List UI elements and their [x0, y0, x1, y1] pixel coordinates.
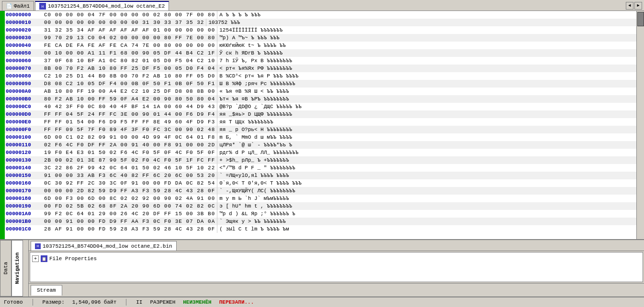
table-row[interactable]: 00000010 00 00 00 00 00 00 00 00 00 31 3…: [5, 19, 636, 26]
bottom-content: + 📋 File Properties: [30, 252, 643, 282]
bin-file-icon: H: [35, 243, 41, 249]
hex-bytes: 00 FD 02 5B 02 68 8F 2A 20 90 6D 00 74 0…: [44, 202, 217, 210]
hex-bytes: 99 F2 0C 64 01 29 00 26 4C 20 DF FF 15 0…: [44, 210, 217, 218]
hex-bytes: 8B 00 70 F2 AB 10 80 FF 25 DF F5 00 05 D…: [44, 65, 217, 72]
hex-ascii: ` -,ЩяУЩЙY( ЛС( ЪЪЪЪЪЪЪЪ: [217, 187, 384, 195]
hex-bytes: D8 08 C2 10 05 DF F4 00 0B 0F 50 F1 0B 0…: [44, 80, 217, 88]
bottom-tab-bar: H 1037521254_B574DD04_mod_low octane_E2.…: [29, 240, 644, 251]
table-row[interactable]: 00000080 C2 10 25 D1 44 B0 8B 00 70 F2 A…: [5, 72, 636, 80]
table-row[interactable]: 00000120 19 F0 E4 E3 01 50 02 F6 4C F0 5…: [5, 149, 636, 156]
hex-bytes: 19 F0 E4 E3 01 50 02 F6 4C F0 5F 0F 4C F…: [44, 149, 217, 156]
hex-bytes: FF FF 04 5F 24 FF FC 3E 00 90 01 44 00 F…: [44, 110, 217, 118]
table-row[interactable]: 00000090 D8 08 C2 10 05 DF F4 00 0B 0F 5…: [5, 80, 636, 88]
table-row[interactable]: 00000070 8B 00 70 F2 AB 10 80 FF 25 DF F…: [5, 65, 636, 72]
table-row[interactable]: 00000060 37 0F 68 10 BF A1 0C 80 82 01 0…: [5, 57, 636, 65]
hex-offset: 00000000: [6, 11, 44, 19]
hex-ascii: яя _$яь> D ЦЩФ ЪЪЪЪЪЪЪЪ: [217, 110, 384, 118]
hex-editor: 00000000 C0 00 00 00 04 7F 00 00 00 00 0…: [5, 11, 636, 239]
hex-ascii: ` =ЛЩ«уlО,яl ЪЪЪЪ ЪЪЪЪ: [217, 172, 384, 179]
nav-arrows: ◄ ►: [626, 2, 642, 10]
hex-ascii: э [ hU* hm t , ЪЪЪЪЪЪЪЪ: [217, 202, 384, 210]
hex-offset: 000001A0: [6, 210, 44, 218]
table-row[interactable]: 00000020 31 32 35 34 AF AF AF AF AF AF 0…: [5, 26, 636, 34]
hex-offset: 00000160: [6, 179, 44, 187]
tree-item-icon: 📋: [41, 255, 47, 262]
hex-bytes: AB 10 80 FF 19 00 A4 E2 C2 10 25 DF D8 0…: [44, 88, 217, 95]
hex-ascii: Ът« Ъя ¤В ЪРЪ ЪЪЪЪЪЪЪЪ: [217, 95, 384, 103]
hex-bytes: 0C 30 92 FF 2C 30 3C 0F 91 00 00 FD DA 0…: [44, 179, 217, 187]
hex-ascii: @В?р `ДD@O ¿ `ДЩС ЪЪЪЪЪ ЪЪ: [217, 103, 384, 110]
hex-offset: 00000030: [6, 34, 44, 42]
table-row[interactable]: 00000180 6D 00 F3 00 6D 00 8C 02 02 92 0…: [5, 195, 636, 202]
nav-left-arrow[interactable]: ◄: [626, 2, 633, 10]
status-ready: Готово: [4, 299, 23, 305]
hex-ascii: рдг% d Р цЛ_ ЛЛ_ ЪЪЪЪЪЪЪЪ: [217, 149, 384, 156]
hex-bytes: 80 F2 AB 10 00 FF 59 0F A4 E2 00 90 80 5…: [44, 95, 217, 103]
hex-ascii: юКЮѓюЙюК t~ Ъ ЪЪЪЪ ЪЪ: [217, 42, 384, 49]
tab-hex-file[interactable]: H 1037521254_B574DD04_mod_low octane_E2: [35, 1, 169, 11]
table-row[interactable]: 000000E0 FF FF 01 54 00 F6 D9 F5 FF FF 8…: [5, 118, 636, 126]
hex-offset: 000000B0: [6, 95, 44, 103]
bottom-tab-bin-file[interactable]: H 1037521254_B574DD04_mod_low octane_E2.…: [31, 241, 177, 251]
nav-right-arrow[interactable]: ►: [634, 2, 642, 10]
table-row[interactable]: 00000130 2B 00 02 01 3E 87 90 5F 02 F0 4…: [5, 156, 636, 164]
table-row[interactable]: 000001A0 99 F2 0C 64 01 29 00 26 4C 20 D…: [5, 210, 636, 218]
hex-offset: 00000100: [6, 133, 44, 141]
hex-ascii: <"/™В d Р F _ " ЪЪЪЪЪЪЪЪ: [217, 164, 384, 172]
side-labels: Data Navigation: [0, 240, 29, 296]
table-row[interactable]: 000001C0 28 AF 91 00 00 FD 59 28 A3 F3 5…: [5, 225, 636, 233]
side-label-data[interactable]: Data: [0, 240, 11, 296]
hex-ascii: цЛРя* `@ ш` - ЪЪЪЪ*Ъъ Ъ: [217, 141, 384, 149]
table-row[interactable]: 000000C0 40 42 3F F0 0C 80 40 4F BF 14 1…: [5, 103, 636, 110]
hex-bytes: 31 32 35 34 AF AF AF AF AF AF 01 00 00 0…: [44, 26, 217, 34]
hex-ascii: < рт« Ъя%Ях РФ ЪЪЪЪЪЪЪЪ: [217, 65, 384, 72]
table-row[interactable]: 000000A0 AB 10 80 FF 19 00 A4 E2 C2 10 2…: [5, 88, 636, 95]
stream-tab-container: Stream: [29, 283, 644, 296]
hex-ascii: m у m Ь `h J` мЪмЪЪЪЪЪ: [217, 195, 384, 202]
hex-bytes: 02 F6 4C F0 DF FF 2A 00 91 40 00 F8 91 0…: [44, 141, 217, 149]
table-row[interactable]: 000001B0 00 00 91 00 00 FD D9 FF AA F3 0…: [5, 218, 636, 225]
table-row[interactable]: 00000100 6D 00 C1 02 82 09 91 00 00 4D 9…: [5, 133, 636, 141]
hex-offset: 00000050: [6, 49, 44, 57]
table-row[interactable]: 00000170 00 00 00 2D 82 59 D9 FF A3 F3 5…: [5, 187, 636, 195]
hex-offset: 00000120: [6, 149, 44, 156]
stream-tab[interactable]: Stream: [31, 285, 62, 296]
tree-expand-icon[interactable]: +: [32, 255, 39, 262]
table-row[interactable]: 000000D0 FF FF 04 5F 24 FF FC 3E 00 90 0…: [5, 110, 636, 118]
hex-ascii: 7 h ïЎ Ъ, Рх В ЪЪЪЪЪЪЪЪ: [217, 57, 384, 65]
scrollbar[interactable]: [636, 11, 644, 239]
hex-offset: 00000140: [6, 164, 44, 172]
hex-offset: 000000D0: [6, 110, 44, 118]
table-row[interactable]: 00000110 02 F6 4C F0 DF FF 2A 00 91 40 0…: [5, 141, 636, 149]
hex-offset: 000000A0: [6, 88, 44, 95]
green-bar: [0, 11, 5, 239]
table-row[interactable]: 00000030 99 70 29 13 C0 04 02 00 00 00 0…: [5, 34, 636, 42]
hex-ascii: В %СD°< рт« Ъя Р ЪЪЪ ЪЪЪЪ: [217, 72, 384, 80]
hex-bytes: FF FF 09 5F 7F F0 89 4F 3F F0 FC 3C 00 9…: [44, 126, 217, 133]
hex-ascii: яя Т ЦЩх ЪЪЪЪЪЪЪЪ: [217, 118, 384, 126]
table-row[interactable]: 000000B0 80 F2 AB 10 00 FF 59 0F A4 E2 0…: [5, 95, 636, 103]
hex-bytes: C0 00 00 00 04 7F 00 00 00 00 02 80 00 7…: [44, 11, 217, 19]
tab-file1-label: Файл1: [14, 3, 30, 9]
status-sep2: [126, 299, 126, 306]
table-row[interactable]: 00000050 00 10 00 00 A1 11 F1 68 00 90 0…: [5, 49, 636, 57]
table-row[interactable]: 000000F0 FF FF 09 5F 7F F0 89 4F 3F F0 F…: [5, 126, 636, 133]
tree-item-file-properties[interactable]: + 📋 File Properties: [32, 254, 641, 263]
hex-content[interactable]: 00000000 C0 00 00 00 04 7F 00 00 00 00 0…: [5, 11, 636, 239]
hex-offset: 000001C0: [6, 225, 44, 233]
tab-file1[interactable]: 📄 Файл1: [2, 1, 34, 11]
hex-ascii: m Б, ` МmО d ш мЪЪ ЪЪЪЪ: [217, 133, 384, 141]
hex-bytes: 40 42 3F F0 0C 80 40 4F BF 14 1A 00 60 4…: [44, 103, 217, 110]
side-label-navigation[interactable]: Navigation: [11, 240, 23, 296]
table-row[interactable]: 00000190 00 FD 02 5B 02 68 8F 2A 20 90 6…: [5, 202, 636, 210]
scrollbar-thumb[interactable]: [637, 12, 644, 26]
status-size-label: Размер:: [43, 299, 65, 305]
table-row[interactable]: 00000150 91 00 00 33 AB F3 6C 40 82 FF 6…: [5, 172, 636, 179]
hex-ascii: ` Эщяк у > ЪЪ ЪЪЪЪЪЪЪ: [217, 218, 384, 225]
table-row[interactable]: 00000040 FE CA DE FA FE AF FE CA 74 7E 0…: [5, 42, 636, 49]
table-row[interactable]: 00000140 3C 22 86 2F 99 42 0C 64 01 50 0…: [5, 164, 636, 172]
hex-offset: 00000020: [6, 26, 44, 34]
table-row[interactable]: 00000000 C0 00 00 00 04 7F 00 00 00 00 0…: [5, 11, 636, 19]
table-row[interactable]: 00000160 0C 30 92 FF 2C 30 3C 0F 91 00 0…: [5, 179, 636, 187]
tab-hex-file-label: 1037521254_B574DD04_mod_low octane_E2: [48, 3, 165, 9]
